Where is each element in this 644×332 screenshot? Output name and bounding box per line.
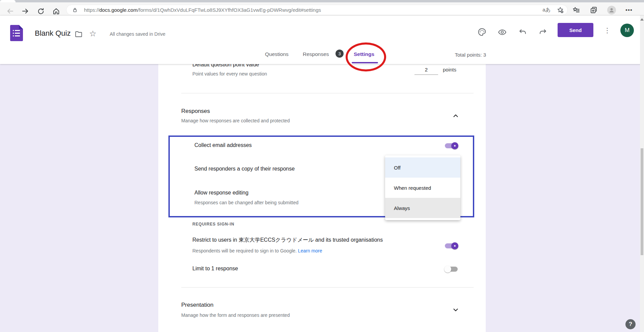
responses-section-subtitle: Manage how responses are collected and p… (181, 118, 290, 123)
forms-header: Blank Quiz ☆ All changes saved in Drive … (0, 16, 644, 64)
send-copy-dropdown-menu: Off When requested Always (385, 155, 460, 220)
restrict-users-toggle[interactable] (445, 243, 458, 248)
scrollbar[interactable] (640, 16, 644, 332)
address-bar[interactable]: https://docs.google.com/forms/d/1QwhDxVd… (66, 5, 568, 15)
save-status[interactable]: All changes saved in Drive (110, 31, 165, 37)
star-icon[interactable]: ☆ (88, 29, 97, 38)
limit-response-label: Limit to 1 response (192, 266, 238, 272)
help-button[interactable]: ? (625, 319, 636, 329)
theme-palette-icon[interactable] (478, 28, 486, 36)
home-icon[interactable] (52, 7, 60, 16)
collections-icon[interactable] (590, 6, 598, 14)
presentation-section-title: Presentation (181, 302, 213, 308)
preview-eye-icon[interactable] (498, 28, 507, 36)
url-path: /forms/d/1QwhDxVduLFqFTwLo8SJ9XYfhfOX3aG… (137, 7, 321, 13)
total-points-label: Total points: 3 (419, 52, 486, 58)
browser-active-tab[interactable] (0, 0, 16, 2)
restrict-users-subtitle: Respondents will be required to sign in … (192, 248, 322, 253)
tab-questions[interactable]: Questions (265, 51, 289, 57)
browser-profile-icon[interactable] (607, 6, 616, 14)
favorites-bar-icon[interactable] (572, 6, 580, 14)
document-title[interactable]: Blank Quiz (35, 29, 71, 38)
scrollbar-thumb[interactable] (641, 148, 643, 255)
forward-icon[interactable] (21, 7, 30, 16)
requires-signin-header: REQUIRES SIGN-IN (192, 222, 234, 227)
restrict-users-label: Restrict to users in 東京大学ECCSクラウドメール and… (192, 237, 383, 244)
limit-response-toggle[interactable] (445, 267, 458, 272)
annotation-red-circle (346, 42, 386, 71)
divider (181, 93, 474, 93)
dropdown-option-when-requested[interactable]: When requested (385, 178, 460, 198)
presentation-section-subtitle: Manage how the form and responses are pr… (181, 312, 290, 318)
account-avatar[interactable]: M (620, 24, 634, 37)
browser-toolbar: https://docs.google.com/forms/d/1QwhDxVd… (0, 2, 644, 16)
move-folder-icon[interactable] (74, 30, 83, 38)
tab-responses[interactable]: Responses (303, 51, 329, 57)
points-unit-label: points (443, 67, 456, 72)
translate-icon[interactable]: aあ (542, 7, 551, 13)
dropdown-option-always[interactable]: Always (385, 198, 460, 218)
collapse-chevron-up-icon[interactable] (451, 112, 460, 120)
lock-icon (71, 6, 79, 14)
url-scheme: https:// (84, 7, 99, 13)
undo-icon[interactable] (518, 28, 527, 36)
add-favorite-icon[interactable] (557, 6, 564, 14)
responses-count-badge: 3 (336, 50, 344, 58)
learn-more-link[interactable]: Learn more (298, 248, 322, 253)
redo-icon[interactable] (538, 28, 547, 36)
browser-tab-strip (0, 0, 644, 2)
google-forms-logo[interactable] (10, 25, 23, 41)
back-icon[interactable] (6, 7, 15, 16)
default-points-subtitle: Point values for every new question (192, 71, 267, 77)
expand-chevron-down-icon[interactable] (451, 305, 460, 314)
url-domain: docs.google.com (99, 7, 137, 13)
url-text: https://docs.google.com/forms/d/1QwhDxVd… (84, 7, 321, 13)
browser-menu-icon[interactable]: ••• (625, 7, 633, 13)
scrollbar-up-arrow[interactable] (640, 18, 644, 21)
responses-section-title: Responses (181, 108, 210, 115)
refresh-icon[interactable] (36, 7, 45, 16)
divider (181, 287, 474, 288)
dropdown-option-off[interactable]: Off (385, 157, 460, 178)
points-value-input[interactable]: 2 (414, 67, 438, 75)
more-options-icon[interactable]: ⋮ (603, 26, 611, 34)
send-button[interactable]: Send (558, 23, 593, 37)
